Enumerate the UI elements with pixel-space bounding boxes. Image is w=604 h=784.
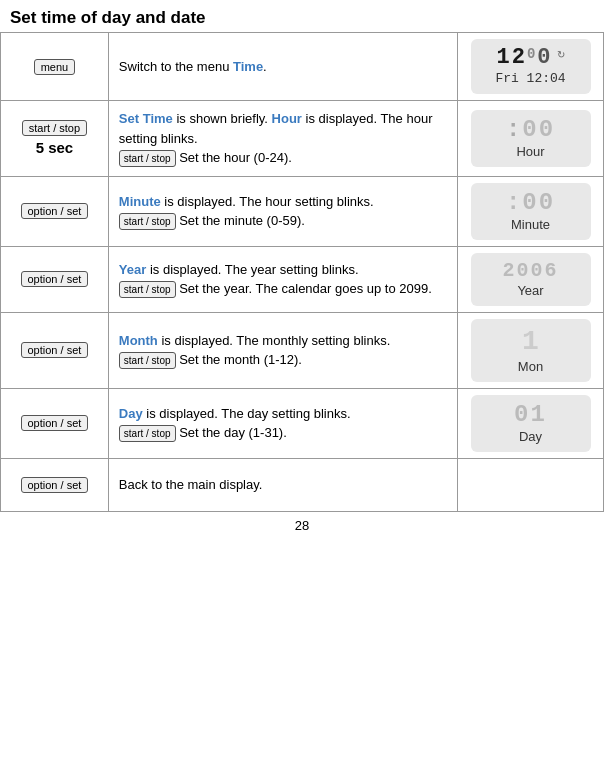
display-cell-main-time: 1200 ↻ Fri 12:04 [458,33,604,101]
option-set-button-3[interactable]: option / set [21,342,89,358]
display-year-digits: 2006 [477,261,585,281]
btn-cell-option4: option / set [1,388,109,458]
display-hour-digits: :00 [477,118,585,142]
btn-cell-option1: option / set [1,176,109,246]
text-switch: Switch to the menu [119,59,233,74]
text-day-desc: is displayed. The day setting blinks. [146,406,350,421]
display-empty [462,465,599,505]
display-mon: 1 Mon [471,319,591,382]
inline-start-stop-btn5[interactable]: start / stop [119,425,176,442]
text-month-desc: is displayed. The monthly setting blinks… [161,333,390,348]
text-dot: . [263,59,267,74]
text-shown: is shown briefly. [176,111,271,126]
btn-cell-option2: option / set [1,246,109,312]
inline-start-stop-btn1[interactable]: start / stop [119,150,176,167]
table-row: option / set Month is displayed. The mon… [1,312,604,388]
page-number: 28 [0,512,604,537]
option-set-button-4[interactable]: option / set [21,415,89,431]
display-minute: :00 Minute [471,183,591,240]
text-cell-hour: Set Time is shown briefly. Hour is displ… [108,101,457,177]
text-year-desc: is displayed. The year setting blinks. [150,262,359,277]
start-stop-button[interactable]: start / stop [22,120,87,136]
display-day: 01 Day [471,395,591,452]
display-main-time: 1200 ↻ Fri 12:04 [471,39,591,94]
display-cell-minute: :00 Minute [458,176,604,246]
display-mon-label: Mon [477,359,585,374]
table-row: option / set Minute is displayed. The ho… [1,176,604,246]
display-fri-label: Fri 12:04 [477,71,585,86]
display-cell-day: 01 Day [458,388,604,458]
btn-cell-option5: option / set [1,458,109,511]
display-minute-label: Minute [477,217,585,232]
option-set-button-5[interactable]: option / set [21,477,89,493]
text-hour-highlight: Hour [272,111,302,126]
inline-start-stop-btn2[interactable]: start / stop [119,213,176,230]
btn-cell-menu: menu [1,33,109,101]
display-day-digits: 01 [477,403,585,427]
text-cell-minute: Minute is displayed. The hour setting bl… [108,176,457,246]
text-set-hour: Set the hour (0-24). [179,150,292,165]
display-small-icon: ↻ [557,49,565,60]
display-minute-digits: :00 [477,191,585,215]
text-cell-menu: Switch to the menu Time. [108,33,457,101]
inline-start-stop-btn4[interactable]: start / stop [119,352,176,369]
table-row: start / stop 5 sec Set Time is shown bri… [1,101,604,177]
display-cell-hour: :00 Hour [458,101,604,177]
display-hour-label: Hour [477,144,585,159]
display-mon-placeholder: 1 [477,327,585,357]
text-back: Back to the main display. [119,477,263,492]
text-cell-back: Back to the main display. [108,458,457,511]
text-day-highlight: Day [119,406,143,421]
display-year-label: Year [477,283,585,298]
text-set-time: Set Time [119,111,173,126]
table-row: option / set Back to the main display. [1,458,604,511]
display-time-digits: 1200 [497,47,553,69]
text-time-highlight: Time [233,59,263,74]
inline-start-stop-btn3[interactable]: start / stop [119,281,176,298]
text-minute-desc: is displayed. The hour setting blinks. [164,194,373,209]
text-month-highlight: Month [119,333,158,348]
display-mon-blink: 1 [522,326,539,357]
display-day-label: Day [477,429,585,444]
text-cell-month: Month is displayed. The monthly setting … [108,312,457,388]
text-minute-highlight: Minute [119,194,161,209]
text-set-year: Set the year. The calendar goes up to 20… [179,281,432,296]
btn-cell-option3: option / set [1,312,109,388]
option-set-button-1[interactable]: option / set [21,203,89,219]
menu-button[interactable]: menu [34,59,76,75]
page-title: Set time of day and date [0,0,604,32]
display-year: 2006 Year [471,253,591,306]
display-cell-mon: 1 Mon [458,312,604,388]
btn-cell-startstop: start / stop 5 sec [1,101,109,177]
table-row: menu Switch to the menu Time. 1200 ↻ Fri… [1,33,604,101]
text-set-minute: Set the minute (0-59). [179,213,305,228]
display-hour: :00 Hour [471,110,591,167]
text-cell-year: Year is displayed. The year setting blin… [108,246,457,312]
display-cell-empty [458,458,604,511]
text-cell-day: Day is displayed. The day setting blinks… [108,388,457,458]
instruction-table: menu Switch to the menu Time. 1200 ↻ Fri… [0,32,604,512]
table-row: option / set Day is displayed. The day s… [1,388,604,458]
text-set-day: Set the day (1-31). [179,425,287,440]
table-row: option / set Year is displayed. The year… [1,246,604,312]
option-set-button-2[interactable]: option / set [21,271,89,287]
text-year-highlight: Year [119,262,146,277]
text-set-month: Set the month (1-12). [179,352,302,367]
display-cell-year: 2006 Year [458,246,604,312]
sec-label: 5 sec [5,139,104,156]
